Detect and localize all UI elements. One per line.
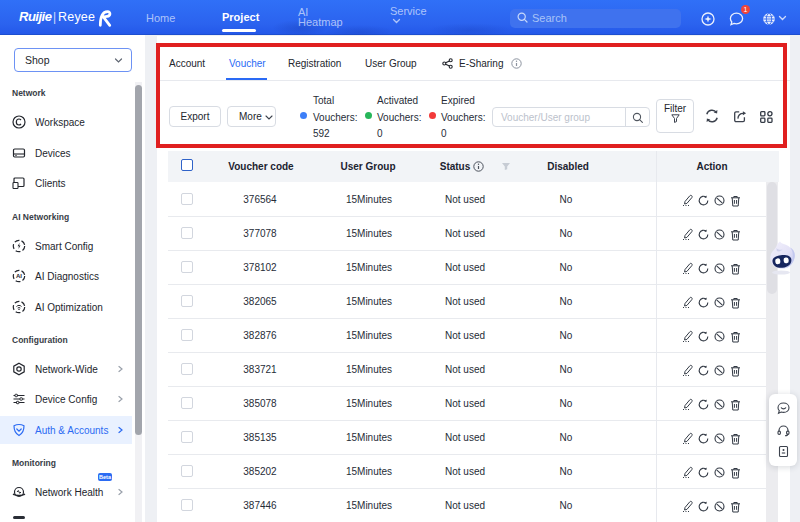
svg-text:AI: AI [16, 273, 22, 279]
